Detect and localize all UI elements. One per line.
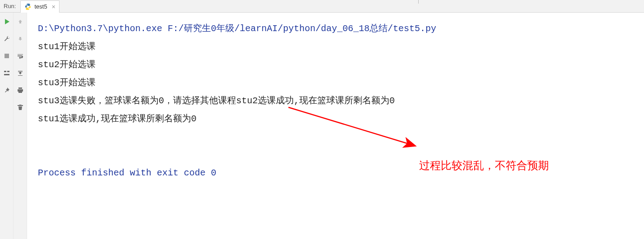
main-area: D:\Python3.7\python.exe F:/研究生0年级/learnA… (0, 13, 644, 239)
layout-icon[interactable] (2, 69, 11, 78)
output-line: stu1选课成功,现在篮球课所剩名额为0 (38, 110, 635, 128)
run-tool-header: Run: test5 × (0, 0, 644, 13)
tab-filename: test5 (34, 3, 47, 10)
svg-rect-3 (4, 74, 9, 75)
output-line: stu3选课失败，篮球课名额为0，请选择其他课程stu2选课成功,现在篮球课所剩… (38, 92, 635, 110)
python-file-icon (24, 3, 32, 10)
output-line: stu1开始选课 (38, 38, 635, 56)
trash-icon[interactable] (16, 103, 25, 112)
stop-button[interactable] (2, 51, 11, 60)
up-icon[interactable] (16, 17, 25, 26)
scroll-to-end-icon[interactable] (16, 69, 25, 78)
run-tab[interactable]: test5 × (20, 0, 59, 13)
svg-rect-0 (5, 54, 9, 58)
scroll-marker (418, 0, 419, 4)
console-output[interactable]: D:\Python3.7\python.exe F:/研究生0年级/learnA… (27, 13, 644, 239)
run-label: Run: (4, 3, 16, 9)
command-line: D:\Python3.7\python.exe F:/研究生0年级/learnA… (38, 20, 635, 38)
soft-wrap-icon[interactable] (16, 51, 25, 60)
wrench-icon[interactable] (2, 34, 11, 43)
rerun-button[interactable] (2, 17, 11, 26)
svg-rect-2 (7, 71, 9, 72)
console-actions-toolbar (14, 13, 27, 239)
pin-icon[interactable] (2, 86, 11, 95)
output-line: stu3开始选课 (38, 74, 635, 92)
print-icon[interactable] (16, 86, 25, 95)
run-actions-toolbar (0, 13, 14, 239)
output-line: stu2开始选课 (38, 56, 635, 74)
tab-close-button[interactable]: × (52, 3, 55, 10)
svg-rect-1 (4, 71, 6, 72)
annotation-text: 过程比较混乱，不符合预期 (419, 156, 549, 175)
down-icon[interactable] (16, 34, 25, 43)
